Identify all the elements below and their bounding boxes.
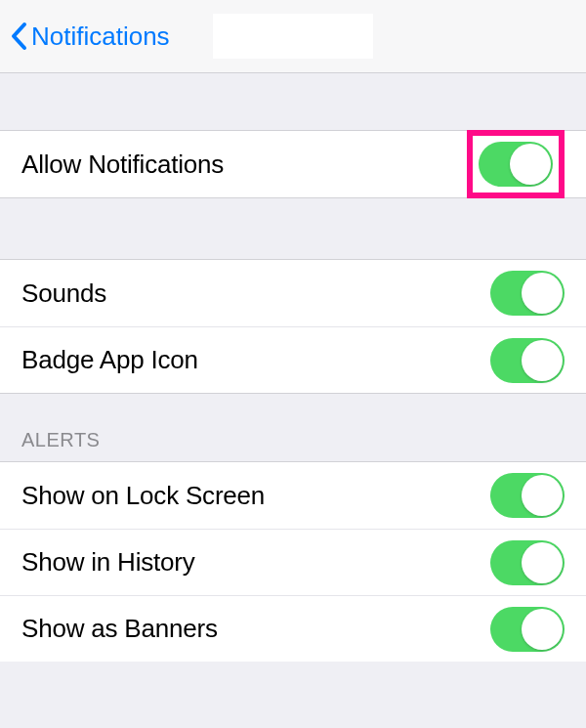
nav-bar: Notifications (0, 0, 586, 73)
row-label-allow: Allow Notifications (21, 150, 224, 180)
back-button[interactable]: Notifications (10, 21, 170, 52)
section-allow: Allow Notifications (0, 130, 586, 198)
spacer (0, 198, 586, 259)
section-sound-badge: Sounds Badge App Icon (0, 259, 586, 394)
row-label-banners: Show as Banners (21, 614, 218, 644)
toggle-sounds[interactable] (490, 271, 565, 316)
row-label-lockscreen: Show on Lock Screen (21, 481, 265, 511)
highlight-box (467, 130, 565, 198)
toggle-knob (510, 144, 551, 185)
row-badge-app-icon: Badge App Icon (0, 326, 586, 393)
toggle-banners[interactable] (490, 607, 565, 652)
row-allow-notifications: Allow Notifications (0, 131, 586, 197)
nav-title-placeholder (213, 14, 373, 59)
toggle-knob (522, 340, 563, 381)
row-show-in-history: Show in History (0, 529, 586, 595)
row-show-on-lock-screen: Show on Lock Screen (0, 462, 586, 529)
back-label: Notifications (31, 21, 170, 52)
row-label-badge: Badge App Icon (21, 345, 198, 375)
row-sounds: Sounds (0, 260, 586, 326)
toggle-knob (522, 273, 563, 314)
toggle-knob (522, 609, 563, 650)
row-label-history: Show in History (21, 547, 195, 578)
section-alerts: Show on Lock Screen Show in History Show… (0, 461, 586, 662)
toggle-lock-screen[interactable] (490, 473, 565, 518)
row-show-as-banners: Show as Banners (0, 595, 586, 662)
row-label-sounds: Sounds (21, 278, 106, 309)
spacer (0, 73, 586, 130)
toggle-history[interactable] (490, 540, 565, 585)
toggle-allow-notifications[interactable] (479, 142, 553, 187)
chevron-left-icon (10, 21, 27, 51)
toggle-badge-app-icon[interactable] (490, 338, 565, 383)
toggle-knob (522, 542, 563, 583)
section-header-alerts: ALERTS (0, 394, 586, 461)
toggle-knob (522, 475, 563, 516)
